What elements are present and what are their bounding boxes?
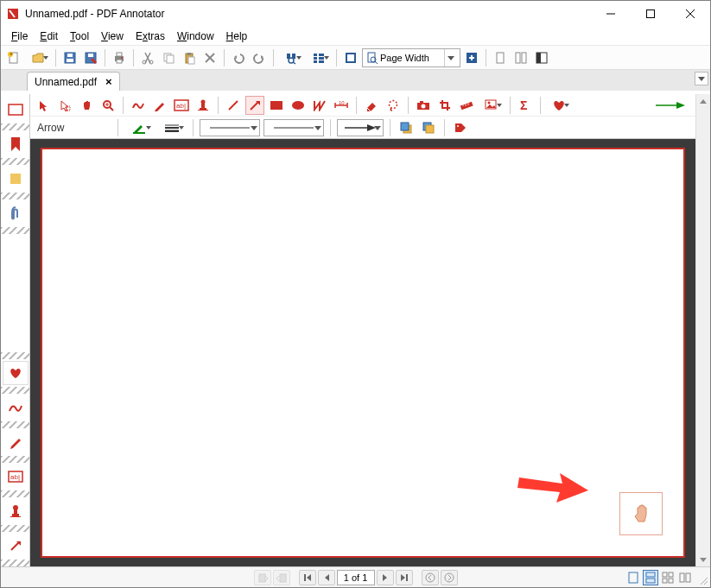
formula-tool[interactable]: Σ xyxy=(516,96,535,115)
view-book-icon[interactable] xyxy=(677,570,693,585)
fullscreen-button[interactable] xyxy=(341,48,360,67)
single-page-button[interactable] xyxy=(491,48,510,67)
menu-file[interactable]: File xyxy=(6,28,33,44)
sidebar-divider xyxy=(1,387,29,394)
sidebar-toggle-button[interactable] xyxy=(532,48,551,67)
page-thumb-prev[interactable] xyxy=(254,570,271,585)
zoom-selector[interactable]: Page Width xyxy=(362,48,460,67)
menu-window[interactable]: Window xyxy=(172,28,219,44)
menu-tool[interactable]: Tool xyxy=(65,28,94,44)
select-tool[interactable] xyxy=(55,96,74,115)
view-single-icon[interactable] xyxy=(625,570,641,585)
stamp-tool[interactable] xyxy=(194,96,213,115)
zoom-add-button[interactable] xyxy=(462,48,481,67)
favorite-tool[interactable] xyxy=(546,96,572,115)
textbox-tool[interactable]: ab| xyxy=(172,96,191,115)
bring-front-button[interactable] xyxy=(397,118,416,137)
cut-button[interactable] xyxy=(138,48,157,67)
sidebar-shape-rect[interactable] xyxy=(5,98,26,122)
nav-forward-button[interactable] xyxy=(441,570,458,585)
first-page-button[interactable] xyxy=(299,570,316,585)
sidebar-attachment-icon[interactable] xyxy=(5,201,26,225)
sidebar-divider xyxy=(1,193,29,199)
svg-rect-36 xyxy=(347,54,354,61)
page-thumb-next[interactable] xyxy=(273,570,290,585)
left-sidebar: ab| xyxy=(1,94,30,566)
pencil-tool[interactable] xyxy=(150,96,169,115)
menu-edit[interactable]: Edit xyxy=(35,28,63,44)
scroll-up-button[interactable] xyxy=(696,94,710,109)
freehand-tool[interactable] xyxy=(129,96,148,115)
zoom-dropdown-icon[interactable] xyxy=(444,49,456,66)
document-tab[interactable]: Unnamed.pdf × xyxy=(27,72,120,91)
annotation-toolbar: ab| 10 Σ xyxy=(30,94,695,117)
nav-back-button[interactable] xyxy=(422,570,439,585)
polyline-tool[interactable] xyxy=(310,96,329,115)
redo-button[interactable] xyxy=(250,48,269,67)
minimize-button[interactable] xyxy=(591,1,631,27)
arrow-tool[interactable] xyxy=(245,96,264,115)
eraser-tool[interactable] xyxy=(362,96,381,115)
sidebar-bookmark-icon[interactable] xyxy=(5,132,26,156)
undo-button[interactable] xyxy=(229,48,248,67)
hand-tool[interactable] xyxy=(77,96,96,115)
page-number-input[interactable] xyxy=(337,570,375,585)
sidebar-favorite-icon[interactable] xyxy=(3,361,29,385)
sidebar-textbox-icon[interactable]: ab| xyxy=(5,465,26,489)
sidebar-note-icon[interactable] xyxy=(5,167,26,191)
new-button[interactable]: ✦ xyxy=(4,48,23,67)
status-bar xyxy=(1,566,710,587)
tab-list-dropdown[interactable] xyxy=(695,72,708,85)
title-bar: Unnamed.pdf - PDF Annotator xyxy=(1,1,710,27)
prev-page-button[interactable] xyxy=(318,570,335,585)
sidebar-pencil-icon[interactable] xyxy=(5,430,26,454)
line-tool[interactable] xyxy=(224,96,243,115)
svg-point-94 xyxy=(457,125,459,127)
sidebar-arrow-icon[interactable] xyxy=(5,534,26,558)
ellipse-tool[interactable] xyxy=(289,96,308,115)
copy-button[interactable] xyxy=(159,48,178,67)
last-page-button[interactable] xyxy=(396,570,413,585)
print-button[interactable] xyxy=(110,48,129,67)
color-picker[interactable] xyxy=(124,118,154,137)
arrow-style-end[interactable] xyxy=(337,119,384,136)
maximize-button[interactable] xyxy=(631,1,670,27)
tab-close-button[interactable]: × xyxy=(105,75,112,88)
search-button[interactable] xyxy=(278,48,304,67)
delete-button[interactable] xyxy=(200,48,219,67)
save-as-button[interactable] xyxy=(81,48,100,67)
menu-extras[interactable]: Extras xyxy=(130,28,170,44)
next-page-button[interactable] xyxy=(377,570,394,585)
paste-button[interactable] xyxy=(180,48,199,67)
close-button[interactable] xyxy=(670,1,710,27)
tag-button[interactable] xyxy=(451,118,470,137)
page-canvas[interactable] xyxy=(41,148,685,558)
lasso-tool[interactable] xyxy=(384,96,403,115)
select-page-button[interactable] xyxy=(306,48,332,67)
line-style-start[interactable] xyxy=(200,119,260,136)
open-button[interactable] xyxy=(25,48,51,67)
measure-tool[interactable] xyxy=(457,96,476,115)
vertical-scrollbar[interactable] xyxy=(695,94,710,566)
multi-page-button[interactable] xyxy=(511,48,530,67)
document-viewport[interactable] xyxy=(30,139,695,566)
view-continuous-icon[interactable] xyxy=(643,570,658,585)
menu-help[interactable]: Help xyxy=(221,28,253,44)
sidebar-freehand-icon[interactable] xyxy=(5,395,26,420)
camera-tool[interactable] xyxy=(414,96,433,115)
crop-tool[interactable] xyxy=(435,96,454,115)
dimension-tool[interactable]: 10 xyxy=(332,96,351,115)
view-two-page-icon[interactable] xyxy=(660,570,676,585)
rectangle-tool[interactable] xyxy=(267,96,286,115)
zoom-tool[interactable] xyxy=(98,96,117,115)
line-style-dash[interactable] xyxy=(263,119,324,136)
scroll-down-button[interactable] xyxy=(696,552,710,566)
image-tool[interactable] xyxy=(479,96,505,115)
menu-view[interactable]: View xyxy=(96,28,129,44)
resize-grip-icon[interactable] xyxy=(698,575,708,585)
line-width-picker[interactable] xyxy=(157,118,187,137)
sidebar-stamp-icon[interactable] xyxy=(5,499,26,523)
send-back-button[interactable] xyxy=(419,118,438,137)
pointer-tool[interactable] xyxy=(34,96,53,115)
save-button[interactable] xyxy=(60,48,79,67)
